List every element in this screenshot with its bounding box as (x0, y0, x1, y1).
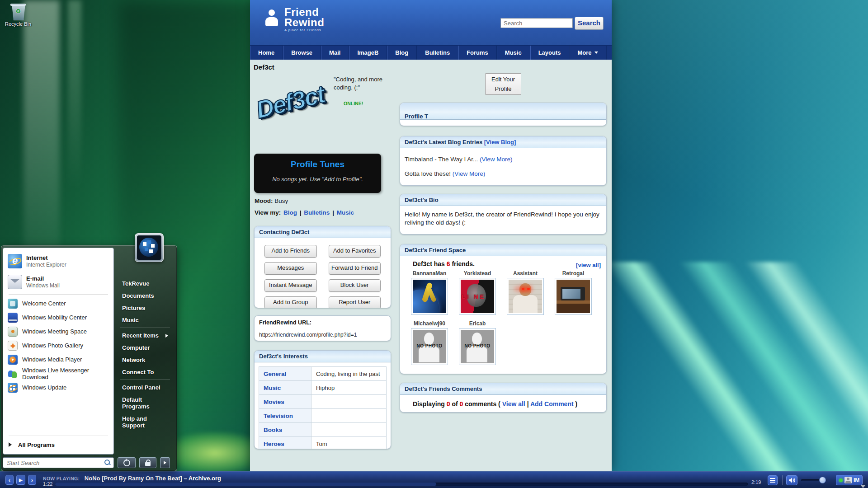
nav-item-more[interactable]: More (570, 46, 607, 60)
im-status-widget[interactable]: IM (836, 475, 863, 485)
user-avatar[interactable] (135, 233, 164, 262)
start-right-computer[interactable]: Computer (115, 342, 175, 354)
friend-name[interactable]: Michaelwj90 (406, 320, 453, 327)
view-all-friends-link[interactable]: [view all] (576, 262, 601, 268)
start-search-box[interactable] (3, 457, 114, 468)
start-item-media-player[interactable]: Windows Media Player (5, 352, 112, 366)
start-item-email[interactable]: E-mail Windows Mail (5, 272, 112, 292)
start-right-documents[interactable]: Documents (115, 290, 175, 302)
view-more-link[interactable]: (View More) (480, 156, 513, 163)
shutdown-options-button[interactable] (160, 457, 170, 468)
next-track-button[interactable]: › (28, 475, 36, 485)
start-right-help-support[interactable]: Help and Support (115, 413, 175, 432)
clipped-top-box: Profile T (400, 103, 607, 126)
nav-item-home[interactable]: Home (250, 46, 283, 60)
nav-item-imageb[interactable]: ImageB (349, 46, 387, 60)
start-right-default-programs[interactable]: Default Programs (115, 394, 175, 413)
friend-photo[interactable]: NO PHOTO (459, 328, 496, 365)
mood-label: Mood: (255, 197, 273, 204)
playlist-icon (770, 478, 775, 479)
add-to-favorites-button[interactable]: Add to Favorites (329, 245, 381, 258)
friend-name[interactable]: Yorkistead (453, 270, 501, 277)
friend-photo[interactable]: NO PHOTO (411, 328, 448, 365)
profile-picture-graffiti[interactable]: Def3ct (250, 81, 340, 149)
friend-photo[interactable] (555, 278, 592, 315)
divider (9, 436, 108, 436)
start-right-label: Connect To (122, 369, 154, 375)
start-item-welcome-center[interactable]: Welcome Center (5, 296, 112, 310)
forward-to-friend-button[interactable]: Forward to Friend (329, 262, 381, 275)
lock-button[interactable] (139, 457, 156, 468)
start-right-pictures[interactable]: Pictures (115, 302, 175, 314)
play-button[interactable]: ▶ (16, 475, 25, 485)
friend-photo[interactable] (507, 278, 544, 315)
table-row: Heroes Tom (259, 437, 387, 450)
nav-item-bulletins[interactable]: Bulletins (417, 46, 458, 60)
playlist-button[interactable] (768, 475, 778, 485)
nav-item-mail[interactable]: Mail (321, 46, 349, 60)
link-separator: | (332, 209, 334, 216)
add-comment-link[interactable]: Add Comment (530, 400, 574, 408)
friend-name[interactable]: BannanaMan (406, 270, 453, 277)
add-to-group-button[interactable]: Add to Group (264, 296, 317, 308)
start-right-user[interactable]: TekRevue (115, 277, 175, 290)
start-right-music[interactable]: Music (115, 314, 175, 326)
all-programs-button[interactable]: All Programs (5, 438, 112, 451)
bio-text: Hello! My name is Def3ct, the creator of… (400, 206, 606, 227)
profile-tunes-title: Profile Tunes (254, 160, 381, 169)
nav-item-blog[interactable]: Blog (387, 46, 417, 60)
nav-item-browse[interactable]: Browse (283, 46, 321, 60)
start-right-recent-items[interactable]: Recent Items (115, 329, 175, 342)
seek-bar[interactable] (55, 483, 748, 486)
view-all-comments-link[interactable]: View all (502, 400, 525, 408)
view-more-link[interactable]: (View More) (453, 170, 486, 177)
start-item-photo-gallery[interactable]: Windows Photo Gallery (5, 338, 112, 352)
view-music-link[interactable]: Music (337, 209, 354, 216)
start-item-live-messenger[interactable]: Windows Live Messenger Download (5, 366, 112, 380)
edit-profile-line2: Profile (486, 85, 521, 92)
edit-profile-button[interactable]: Edit Your Profile (485, 73, 521, 95)
table-row: Books (259, 423, 387, 437)
start-item-internet[interactable]: Internet Internet Explorer (5, 251, 112, 272)
volume-slider-knob[interactable] (819, 477, 826, 483)
nav-item-forums[interactable]: Forums (458, 46, 497, 60)
start-item-meeting-space[interactable]: Windows Meeting Space (5, 324, 112, 338)
now-playing-line: NOW PLAYING: NoNo [Prod By Ramy On The B… (43, 474, 221, 482)
friends-grid: BannanaMan Yorkistead LI NE (400, 268, 606, 365)
nav-item-music[interactable]: Music (497, 46, 530, 60)
friend-name[interactable]: Assistant (501, 270, 549, 277)
view-blog-link[interactable]: [View Blog] (484, 139, 516, 145)
interest-label: Music (259, 381, 311, 395)
report-user-button[interactable]: Report User (329, 296, 381, 308)
contacting-box: Contacting Def3ct Add to Friends Add to … (254, 226, 391, 308)
messages-button[interactable]: Messages (264, 262, 317, 275)
search-input[interactable] (500, 18, 573, 28)
start-search-input[interactable] (6, 459, 104, 467)
instant-message-button[interactable]: Instant Message (264, 279, 317, 292)
block-user-button[interactable]: Block User (329, 279, 381, 292)
interest-label: Television (259, 409, 311, 423)
previous-track-button[interactable]: ‹ (5, 475, 14, 485)
add-to-friends-button[interactable]: Add to Friends (264, 245, 317, 258)
search-button[interactable]: Search (575, 17, 604, 30)
start-item-windows-update[interactable]: Windows Update (5, 380, 112, 394)
start-right-connect-to[interactable]: Connect To (115, 366, 175, 378)
collapse-chevron-icon[interactable] (860, 485, 866, 488)
view-blog-link[interactable]: Blog (283, 209, 297, 216)
recycle-bin-shortcut[interactable]: ♻ Recycle Bin (4, 3, 33, 27)
view-bulletins-link[interactable]: Bulletins (304, 209, 330, 216)
nav-item-layouts[interactable]: Layouts (530, 46, 570, 60)
site-logo[interactable]: Friend Rewind A place for Friends (265, 7, 324, 32)
profile-url-label: FriendRewind URL: (259, 319, 386, 326)
friend-name[interactable]: Retrogal (549, 270, 597, 277)
friend-photo[interactable] (411, 278, 448, 315)
start-right-control-panel[interactable]: Control Panel (115, 381, 175, 394)
friend-photo[interactable]: LI NE (459, 278, 496, 315)
volume-mute-button[interactable] (786, 475, 797, 485)
start-right-network[interactable]: Network (115, 354, 175, 366)
friends-comments-box: Def3ct's Friends Comments Displaying 0 o… (400, 383, 607, 413)
power-button[interactable] (118, 457, 136, 468)
start-item-mobility-center[interactable]: Windows Mobility Center (5, 310, 112, 324)
start-item-label: Windows Mobility Center (22, 314, 87, 321)
friend-name[interactable]: Ericab (453, 320, 501, 327)
